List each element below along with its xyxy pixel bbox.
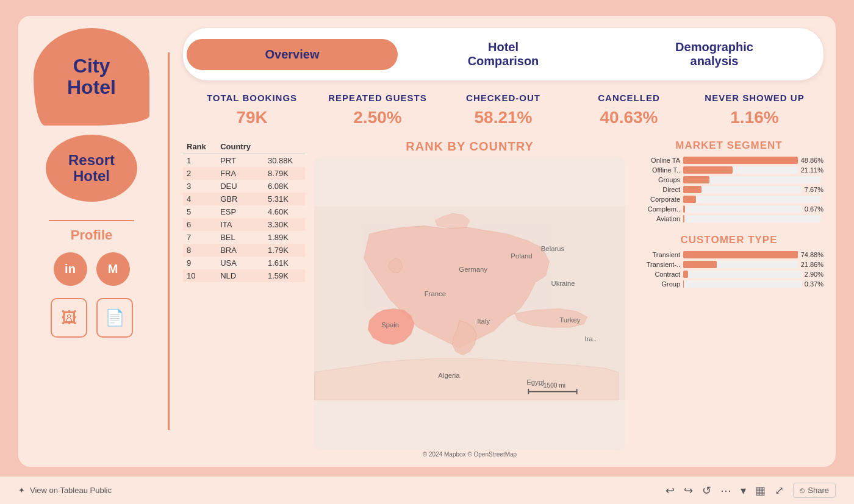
rank-cell: 9 [183,257,217,269]
value-cell: 30.88K [264,154,305,168]
settings-icon[interactable]: ⋯ [720,484,731,497]
kpi-total-bookings-value: 79K [189,108,315,127]
rank-cell: 4 [183,193,217,205]
bar-pct: 0.37% [805,280,824,288]
rank-cell: 5 [183,205,217,218]
tableau-label: View on Tableau Public [30,486,112,495]
bar-fill [683,251,798,258]
bar-fill [683,176,709,183]
undo-icon[interactable]: ↩ [666,484,675,497]
rank-cell: 8 [183,244,217,257]
market-segment-bar-row: Groups [634,176,824,183]
rank-table-container: Rank Country 1 PRT 30.88K 2 FRA 8.79K 3 … [183,140,305,458]
customer-type-bar-row: Contract 2.90% [634,271,824,278]
map-section: RANK BY COUNTRY [314,140,625,458]
market-segment-bar-row: Complem.. 0.67% [634,205,824,213]
resort-hotel-label: ResortHotel [68,152,115,185]
resort-hotel-button[interactable]: ResortHotel [46,135,137,202]
layout-icon[interactable]: ▦ [755,484,766,497]
bar-track [683,205,802,213]
bar-label: Transient-.. [634,261,680,268]
rank-cell: 2 [183,167,217,180]
bar-fill [683,215,684,222]
svg-text:Ira..: Ira.. [585,335,597,343]
kpi-cancelled-value: 40.63% [566,108,692,127]
rank-table: Rank Country 1 PRT 30.88K 2 FRA 8.79K 3 … [183,140,305,282]
rank-cell: 10 [183,269,217,282]
market-segment-bar-row: Aviation [634,215,824,222]
bar-pct: 48.86% [801,157,824,164]
sidebar-divider-line [168,52,170,430]
value-col-header [264,140,305,154]
table-row: 7 BEL 1.89K [183,231,305,244]
bar-track [683,166,798,174]
kpi-cancelled: CANCELLED 40.63% [566,93,692,127]
redo-icon[interactable]: ↪ [684,484,693,497]
country-cell: FRA [217,167,264,180]
rank-cell: 7 [183,231,217,244]
bar-label: Group [634,280,680,288]
market-segment-bar-row: Offline T.. 21.11% [634,166,824,174]
market-segment-bar-row: Corporate [634,196,824,203]
pdf-doc-icon[interactable]: 📄 [96,298,133,338]
table-row: 4 GBR 5.31K [183,193,305,205]
table-row: 1 PRT 30.88K [183,154,305,168]
bar-label: Aviation [634,215,680,222]
kpi-total-bookings-label: TOTAL BOOKINGS [189,93,315,103]
map-container: Germany Poland Belarus France Italy Ukra… [314,157,625,450]
market-segment-bar-row: Direct 7.67% [634,186,824,193]
customer-type-chart: CUSTOMER TYPE Transient 74.88% Transient… [634,234,824,290]
refresh-icon[interactable]: ↺ [702,484,711,497]
toolbar-right: ↩ ↪ ↺ ⋯ ▾ ▦ ⤢ ⎋ Share [666,483,836,498]
rank-cell: 1 [183,154,217,168]
country-cell: BRA [217,244,264,257]
bar-pct: 7.67% [805,186,824,193]
bottom-bar: ✦ View on Tableau Public ↩ ↪ ↺ ⋯ ▾ ▦ ⤢ ⎋… [0,477,854,504]
country-cell: ITA [217,218,264,231]
bar-track [683,280,802,288]
city-hotel-label: CityHotel [67,55,116,98]
city-hotel-button[interactable]: CityHotel [34,28,149,126]
bar-label: Corporate [634,196,680,203]
svg-text:Italy: Italy [477,318,490,325]
tab-overview[interactable]: Overview [187,39,398,70]
map-title: RANK BY COUNTRY [406,140,533,154]
dashboard: CityHotel ResortHotel Profile in M 🖼 📄 [18,16,836,467]
svg-text:France: France [425,290,446,297]
bar-fill [683,271,688,278]
bar-track [683,215,820,222]
dropdown-icon[interactable]: ▾ [741,484,746,497]
kpi-checked-out: CHECKED-OUT 58.21% [440,93,566,127]
rank-cell: 3 [183,180,217,193]
rank-cell: 6 [183,218,217,231]
bar-fill [683,196,696,203]
tab-hotel-comparison[interactable]: HotelComparison [398,32,609,77]
market-segment-bars: Online TA 48.86% Offline T.. 21.11% Grou… [634,157,824,222]
value-cell: 5.31K [264,193,305,205]
market-segment-title: MARKET SEGMENT [634,140,824,152]
bar-fill [683,166,733,174]
linkedin-icon[interactable]: in [54,252,87,286]
svg-text:Germany: Germany [459,266,487,274]
medium-icon[interactable]: M [96,252,130,286]
svg-text:Ukraine: Ukraine [551,280,575,287]
doc-icons-row: 🖼 📄 [51,298,133,338]
image-doc-icon[interactable]: 🖼 [51,298,87,338]
kpi-never-showed-value: 1.16% [692,108,817,127]
svg-text:~1500 mi: ~1500 mi [540,382,565,389]
share-button[interactable]: ⎋ Share [793,483,836,498]
bar-fill [683,205,685,213]
bar-fill [683,280,684,288]
kpi-repeated-guests: REPEATED GUESTS 2.50% [315,93,440,127]
expand-icon[interactable]: ⤢ [775,484,784,497]
country-cell: NLD [217,269,264,282]
tab-demographic[interactable]: Demographicanalysis [609,32,820,77]
rank-col-header: Rank [183,140,217,154]
kpi-cancelled-label: CANCELLED [566,93,692,103]
tableau-link[interactable]: ✦ View on Tableau Public [18,486,112,495]
customer-type-title: CUSTOMER TYPE [634,234,824,246]
bar-label: Groups [634,176,680,183]
kpi-total-bookings: TOTAL BOOKINGS 79K [189,93,315,127]
table-row: 9 USA 1.61K [183,257,305,269]
value-cell: 3.30K [264,218,305,231]
